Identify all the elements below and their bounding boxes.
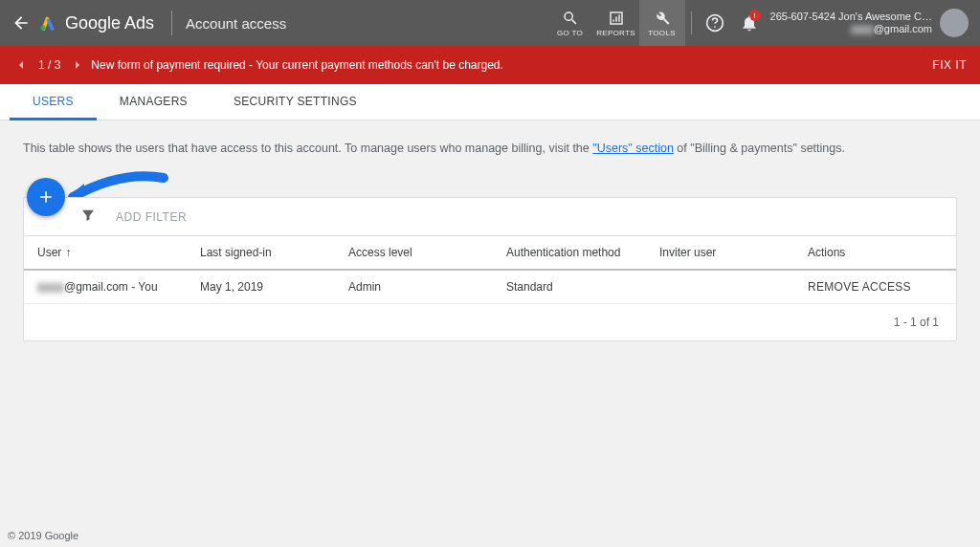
add-filter-button[interactable]: ADD FILTER xyxy=(116,210,187,224)
users-section-link[interactable]: "Users" section xyxy=(592,142,674,155)
plus-icon xyxy=(36,187,56,207)
goto-button[interactable]: GO TO xyxy=(547,0,593,46)
notifications-button[interactable]: ! xyxy=(732,0,767,46)
col-last-signed-in[interactable]: Last signed-in xyxy=(187,236,335,270)
help-icon xyxy=(705,13,724,33)
back-arrow-icon[interactable] xyxy=(11,13,31,33)
google-ads-logo-icon xyxy=(38,13,57,33)
filter-bar: ADD FILTER xyxy=(24,198,956,236)
reports-button[interactable]: REPORTS xyxy=(593,0,639,46)
users-table: User↑ Last signed-in Access level Authen… xyxy=(24,236,956,304)
table-row: ▮▮▮▮@gmail.com - You May 1, 2019 Admin S… xyxy=(24,270,956,304)
product-name: Google Ads xyxy=(65,13,154,33)
tab-security-settings[interactable]: SECURITY SETTINGS xyxy=(211,84,380,120)
cell-access-level: Admin xyxy=(335,270,493,304)
avatar[interactable] xyxy=(940,9,969,37)
cell-last-signed-in: May 1, 2019 xyxy=(187,270,335,304)
account-id-line: 265-607-5424 Jon's Awesome C… xyxy=(770,11,932,23)
alert-message: New form of payment required - Your curr… xyxy=(91,58,503,72)
account-info[interactable]: 265-607-5424 Jon's Awesome C… ▮▮▮▮@gmail… xyxy=(770,11,932,35)
svg-point-0 xyxy=(41,26,46,31)
account-email-suffix: @gmail.com xyxy=(874,23,932,34)
footer-copyright: © 2019 Google xyxy=(8,530,78,541)
top-header: Google Ads Account access GO TO REPORTS … xyxy=(0,0,980,46)
notification-badge: ! xyxy=(749,10,761,21)
col-auth-method[interactable]: Authentication method xyxy=(493,236,646,270)
table-header-row: User↑ Last signed-in Access level Authen… xyxy=(24,236,956,270)
add-user-button[interactable] xyxy=(27,178,65,216)
wrench-icon xyxy=(654,10,671,27)
header-tools: GO TO REPORTS TOOLS ! 265-607-5424 Jon's… xyxy=(547,0,969,46)
col-user[interactable]: User↑ xyxy=(24,236,187,270)
cell-auth-method: Standard xyxy=(493,270,646,304)
alert-counter: 1 / 3 xyxy=(38,58,60,72)
help-button[interactable] xyxy=(698,0,732,46)
search-icon xyxy=(562,10,579,27)
page-title: Account access xyxy=(186,15,286,32)
alert-next-icon[interactable] xyxy=(70,57,85,73)
alert-banner: 1 / 3 New form of payment required - You… xyxy=(0,46,980,84)
tab-managers[interactable]: MANAGERS xyxy=(97,84,211,120)
reports-icon xyxy=(608,10,625,27)
users-table-panel: ADD FILTER User↑ Last signed-in Access l… xyxy=(23,197,957,341)
tab-users[interactable]: USERS xyxy=(10,84,97,120)
header-separator xyxy=(691,11,692,34)
col-actions[interactable]: Actions xyxy=(794,236,956,270)
tabs-bar: USERS MANAGERS SECURITY SETTINGS xyxy=(0,84,980,120)
header-divider xyxy=(171,11,172,35)
tools-button[interactable]: TOOLS xyxy=(639,0,685,46)
cell-inviter-user xyxy=(646,270,794,304)
content-area: This table shows the users that have acc… xyxy=(0,120,980,341)
col-inviter-user[interactable]: Inviter user xyxy=(646,236,794,270)
svg-point-2 xyxy=(714,26,716,28)
cell-user: ▮▮▮▮@gmail.com - You xyxy=(24,270,187,304)
filter-icon[interactable] xyxy=(79,207,97,227)
intro-text: This table shows the users that have acc… xyxy=(23,142,957,155)
table-pager: 1 - 1 of 1 xyxy=(24,304,956,340)
sort-asc-icon: ↑ xyxy=(65,246,71,259)
alert-prev-icon[interactable] xyxy=(13,57,29,73)
fix-it-button[interactable]: FIX IT xyxy=(932,58,967,72)
col-access-level[interactable]: Access level xyxy=(335,236,493,270)
remove-access-button[interactable]: REMOVE ACCESS xyxy=(794,270,956,304)
